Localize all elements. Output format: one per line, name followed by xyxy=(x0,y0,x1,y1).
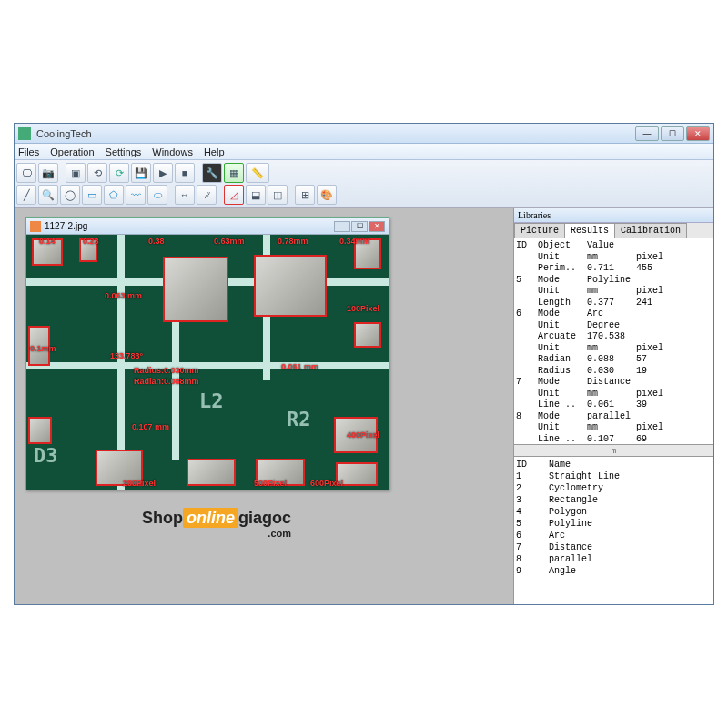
zoom-icon[interactable]: 🔍 xyxy=(38,185,58,205)
annot-radius2: Radian:0.088mm xyxy=(134,377,199,386)
tab-picture[interactable]: Picture xyxy=(514,223,565,238)
document-window: 1127-2.jpg – ☐ ✕ xyxy=(25,217,389,490)
angle-tool-icon[interactable]: ◿ xyxy=(224,185,244,205)
results-list[interactable]: ID Object Value Unit mm pixel Perim.. 0.… xyxy=(514,238,713,444)
rotate-icon[interactable]: ⟲ xyxy=(87,163,107,183)
annot-top5: 0.78mm xyxy=(278,237,308,246)
save-icon[interactable]: 💾 xyxy=(131,163,151,183)
close-button[interactable]: ✕ xyxy=(686,126,710,141)
ruler-icon[interactable]: 📏 xyxy=(246,163,269,183)
annot-top6: 0.34mm xyxy=(339,237,370,246)
refresh-icon[interactable]: ⟳ xyxy=(109,163,129,183)
side-tabs: Picture Results Calibration xyxy=(514,223,713,238)
wm-online: online xyxy=(183,508,238,528)
polygon-tool-icon[interactable]: ⬠ xyxy=(104,185,124,205)
grid-icon[interactable]: ▦ xyxy=(224,163,244,183)
app-title: CoolingTech xyxy=(36,128,635,139)
doc-close-button[interactable]: ✕ xyxy=(369,221,385,232)
line-tool-icon[interactable]: ╱ xyxy=(16,185,36,205)
dim-icon[interactable]: ↔ xyxy=(175,185,195,205)
annot-px100: 100Pixel xyxy=(347,304,379,313)
side-title: Libraries xyxy=(514,208,713,223)
wm-com: .com xyxy=(142,528,291,539)
annot-top2: 0.23 xyxy=(83,237,99,246)
monitor-icon[interactable]: 🖵 xyxy=(16,163,36,183)
palette-icon[interactable]: 🎨 xyxy=(317,185,337,205)
annot-px600: 600Pixel xyxy=(310,479,343,488)
annot-top4: 0.63mm xyxy=(214,237,245,246)
titlebar: CoolingTech — ☐ ✕ xyxy=(15,124,713,144)
maximize-button[interactable]: ☐ xyxy=(661,126,684,141)
annot-top3: 0.38 xyxy=(148,237,165,246)
ellipse-tool-icon[interactable]: ⬭ xyxy=(147,185,167,205)
annot-radius1: Radius:0.030mm xyxy=(134,366,199,375)
parallel-icon[interactable]: ⫽ xyxy=(197,185,217,205)
doc-max-button[interactable]: ☐ xyxy=(351,221,368,232)
stop-icon[interactable]: ■ xyxy=(175,163,195,183)
split-v-icon[interactable]: ◫ xyxy=(268,185,288,205)
tab-calibration[interactable]: Calibration xyxy=(614,223,687,238)
doc-icon xyxy=(30,221,41,232)
doc-titlebar: 1127-2.jpg – ☐ ✕ xyxy=(26,218,389,235)
annot-px400: 400Pixel xyxy=(347,430,379,440)
canvas-area: 1127-2.jpg – ☐ ✕ xyxy=(15,208,513,604)
camera-icon[interactable]: 📷 xyxy=(38,163,58,183)
wrench-icon[interactable]: 🔧 xyxy=(202,163,222,183)
annot-line1: 0.107 mm xyxy=(132,422,169,431)
crop-icon[interactable]: ▣ xyxy=(66,163,86,183)
wm-shop: Shop xyxy=(142,509,183,527)
wm-giagoc: giagoc xyxy=(238,509,291,527)
names-list[interactable]: ID Name1 Straight Line 2 Cyclometry 3 Re… xyxy=(514,457,713,604)
watermark: Shoponlinegiagoc .com xyxy=(142,509,291,539)
menu-windows[interactable]: Windows xyxy=(152,147,193,157)
annot-px200: 200Pixel xyxy=(123,479,156,488)
annot-px500: 500Pixel xyxy=(254,479,287,488)
annot-dist2: 0.1mm xyxy=(30,344,56,353)
workspace: 1127-2.jpg – ☐ ✕ xyxy=(15,208,713,604)
doc-min-button[interactable]: – xyxy=(334,221,350,232)
app-window: CoolingTech — ☐ ✕ Files Operation Settin… xyxy=(14,123,714,605)
polyline-tool-icon[interactable]: 〰 xyxy=(126,185,146,205)
tab-results[interactable]: Results xyxy=(564,223,615,238)
side-panel: Libraries Picture Results Calibration ID… xyxy=(513,208,713,604)
app-icon xyxy=(18,127,31,140)
silk-l2: L2 xyxy=(199,389,224,412)
toolbar: 🖵 📷 ▣ ⟲ ⟳ 💾 ▶ ■ 🔧 ▦ 📏 ╱ 🔍 ◯ ▭ ⬠ 〰 ⬭ ↔ ⫽ xyxy=(15,160,713,208)
menubar: Files Operation Settings Windows Help xyxy=(15,144,713,160)
rect-tool-icon[interactable]: ▭ xyxy=(82,185,102,205)
split-icon[interactable]: ⊞ xyxy=(295,185,315,205)
play-icon[interactable]: ▶ xyxy=(153,163,173,183)
results-header: ID Object Value xyxy=(516,240,712,252)
panel-divider[interactable]: m xyxy=(514,444,713,457)
document-image[interactable]: D3 L2 R2 0.063 mm 133.783° Radius:0.030m… xyxy=(26,235,389,490)
menu-files[interactable]: Files xyxy=(18,147,39,157)
split-h-icon[interactable]: ⬓ xyxy=(246,185,266,205)
minimize-button[interactable]: — xyxy=(635,126,659,141)
names-header: ID Name xyxy=(516,459,712,470)
annot-line2: 0.061 mm xyxy=(281,362,318,371)
annot-top1: 0.14 xyxy=(39,237,56,246)
annot-angle: 133.783° xyxy=(110,351,143,360)
doc-title: 1127-2.jpg xyxy=(45,221,333,231)
silk-r2: R2 xyxy=(287,408,311,430)
silk-d3: D3 xyxy=(34,444,58,467)
menu-operation[interactable]: Operation xyxy=(50,147,94,157)
circle-tool-icon[interactable]: ◯ xyxy=(60,185,80,205)
menu-help[interactable]: Help xyxy=(204,147,225,157)
annot-dist1: 0.063 mm xyxy=(105,291,142,300)
menu-settings[interactable]: Settings xyxy=(106,147,142,157)
